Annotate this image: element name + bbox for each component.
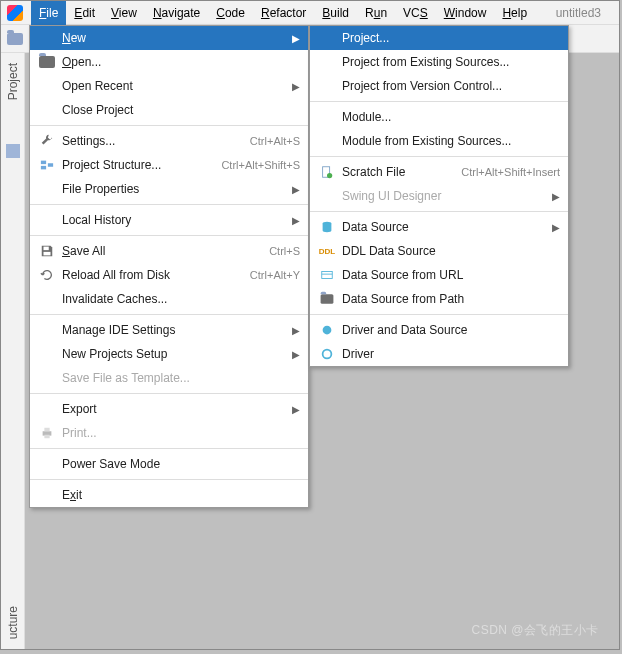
submenu-item-module[interactable]: Module... bbox=[310, 105, 568, 129]
menu-item-save-template: Save File as Template... bbox=[30, 366, 308, 390]
scratch-file-icon bbox=[320, 165, 334, 179]
menu-item-print: Print... bbox=[30, 421, 308, 445]
separator bbox=[30, 125, 308, 126]
chevron-right-icon: ▶ bbox=[292, 184, 300, 195]
submenu-item-ds-path[interactable]: Data Source from Path bbox=[310, 287, 568, 311]
menu-item-project-structure[interactable]: Project Structure... Ctrl+Alt+Shift+S bbox=[30, 153, 308, 177]
svg-point-14 bbox=[323, 350, 332, 359]
separator bbox=[310, 314, 568, 315]
chevron-right-icon: ▶ bbox=[552, 191, 560, 202]
menu-item-close-project[interactable]: Close Project bbox=[30, 98, 308, 122]
separator bbox=[310, 211, 568, 212]
submenu-item-swing: Swing UI Designer ▶ bbox=[310, 184, 568, 208]
submenu-item-driver[interactable]: Driver bbox=[310, 342, 568, 366]
menu-code[interactable]: Code bbox=[208, 1, 253, 25]
submenu-item-scratch[interactable]: Scratch File Ctrl+Alt+Shift+Insert bbox=[310, 160, 568, 184]
menu-view[interactable]: View bbox=[103, 1, 145, 25]
menu-vcs[interactable]: VCS bbox=[395, 1, 436, 25]
menu-item-new-projects-setup[interactable]: New Projects Setup ▶ bbox=[30, 342, 308, 366]
menu-item-settings[interactable]: Settings... Ctrl+Alt+S bbox=[30, 129, 308, 153]
svg-rect-0 bbox=[41, 161, 46, 165]
sidebar-tab-structure[interactable]: ucture bbox=[4, 602, 22, 643]
database-icon bbox=[320, 220, 334, 234]
svg-rect-2 bbox=[48, 163, 53, 167]
menu-item-local-history[interactable]: Local History ▶ bbox=[30, 208, 308, 232]
ide-window: File Edit View Navigate Code Refactor Bu… bbox=[0, 0, 620, 650]
svg-rect-1 bbox=[41, 166, 46, 170]
driver-icon bbox=[320, 347, 334, 361]
menu-item-invalidate[interactable]: Invalidate Caches... bbox=[30, 287, 308, 311]
sidebar-tab-project[interactable]: Project bbox=[4, 59, 22, 104]
menu-item-file-properties[interactable]: File Properties ▶ bbox=[30, 177, 308, 201]
menu-navigate[interactable]: Navigate bbox=[145, 1, 208, 25]
svg-point-13 bbox=[323, 326, 332, 335]
left-sidebar: Project ucture bbox=[1, 53, 25, 649]
menu-item-save-all[interactable]: Save All Ctrl+S bbox=[30, 239, 308, 263]
menu-bar: File Edit View Navigate Code Refactor Bu… bbox=[1, 1, 619, 25]
project-name-label: untitled3 bbox=[556, 6, 601, 20]
watermark: CSDN @会飞的王小卡 bbox=[471, 622, 599, 639]
svg-point-9 bbox=[327, 173, 332, 178]
wrench-icon bbox=[40, 134, 54, 148]
folder-icon bbox=[7, 33, 23, 45]
menu-refactor[interactable]: Refactor bbox=[253, 1, 314, 25]
separator bbox=[30, 448, 308, 449]
submenu-item-from-vcs[interactable]: Project from Version Control... bbox=[310, 74, 568, 98]
svg-rect-3 bbox=[44, 247, 49, 251]
menu-window[interactable]: Window bbox=[436, 1, 495, 25]
submenu-item-ds-url[interactable]: Data Source from URL bbox=[310, 263, 568, 287]
submenu-item-driver-ds[interactable]: Driver and Data Source bbox=[310, 318, 568, 342]
submenu-item-from-existing[interactable]: Project from Existing Sources... bbox=[310, 50, 568, 74]
menu-edit[interactable]: Edit bbox=[66, 1, 103, 25]
menu-item-export[interactable]: Export ▶ bbox=[30, 397, 308, 421]
chevron-right-icon: ▶ bbox=[292, 349, 300, 360]
open-folder-icon bbox=[39, 56, 55, 68]
menu-item-manage-ide[interactable]: Manage IDE Settings ▶ bbox=[30, 318, 308, 342]
chevron-right-icon: ▶ bbox=[292, 325, 300, 336]
menu-item-open[interactable]: Open... bbox=[30, 50, 308, 74]
separator bbox=[30, 204, 308, 205]
svg-rect-4 bbox=[44, 252, 51, 256]
menu-item-exit[interactable]: Exit bbox=[30, 483, 308, 507]
chevron-right-icon: ▶ bbox=[552, 222, 560, 233]
menu-file[interactable]: File bbox=[31, 1, 66, 25]
separator bbox=[310, 101, 568, 102]
separator bbox=[30, 393, 308, 394]
svg-rect-6 bbox=[44, 428, 49, 432]
submenu-item-data-source[interactable]: Data Source ▶ bbox=[310, 215, 568, 239]
submenu-item-module-existing[interactable]: Module from Existing Sources... bbox=[310, 129, 568, 153]
separator bbox=[310, 156, 568, 157]
menu-help[interactable]: Help bbox=[494, 1, 535, 25]
menu-item-new[interactable]: New ▶ bbox=[30, 26, 308, 50]
menu-run[interactable]: Run bbox=[357, 1, 395, 25]
separator bbox=[30, 235, 308, 236]
chevron-right-icon: ▶ bbox=[292, 404, 300, 415]
submenu-item-ddl[interactable]: DDL DDL Data Source bbox=[310, 239, 568, 263]
menu-item-open-recent[interactable]: Open Recent ▶ bbox=[30, 74, 308, 98]
svg-rect-7 bbox=[44, 435, 49, 439]
app-icon bbox=[7, 5, 23, 21]
sidebar-icon[interactable] bbox=[6, 144, 20, 158]
menu-item-power-save[interactable]: Power Save Mode bbox=[30, 452, 308, 476]
menu-build[interactable]: Build bbox=[314, 1, 357, 25]
separator bbox=[30, 314, 308, 315]
chevron-right-icon: ▶ bbox=[292, 33, 300, 44]
separator bbox=[30, 479, 308, 480]
new-submenu: Project... Project from Existing Sources… bbox=[309, 25, 569, 367]
chevron-right-icon: ▶ bbox=[292, 215, 300, 226]
driver-ds-icon bbox=[320, 323, 334, 337]
svg-rect-11 bbox=[322, 272, 333, 279]
structure-icon bbox=[40, 158, 54, 172]
reload-icon bbox=[40, 268, 54, 282]
save-icon bbox=[40, 244, 54, 258]
url-icon bbox=[320, 268, 334, 282]
menu-item-reload[interactable]: Reload All from Disk Ctrl+Alt+Y bbox=[30, 263, 308, 287]
file-dropdown: New ▶ Open... Open Recent ▶ Close Projec… bbox=[29, 25, 309, 508]
ddl-icon: DDL bbox=[319, 247, 335, 256]
submenu-item-project[interactable]: Project... bbox=[310, 26, 568, 50]
folder-icon bbox=[321, 294, 334, 304]
chevron-right-icon: ▶ bbox=[292, 81, 300, 92]
print-icon bbox=[40, 426, 54, 440]
